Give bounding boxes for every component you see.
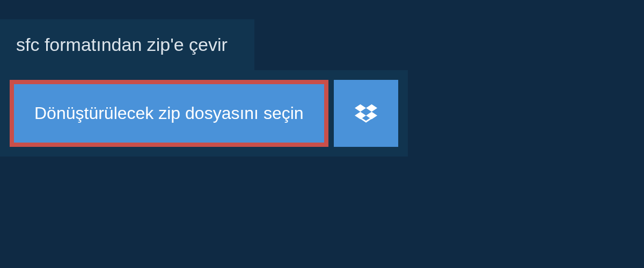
header-tab: sfc formatından zip'e çevir (0, 19, 254, 70)
select-file-button[interactable]: Dönüştürülecek zip dosyasını seçin (10, 80, 328, 147)
button-panel: Dönüştürülecek zip dosyasını seçin (0, 70, 408, 157)
dropbox-button[interactable] (334, 80, 398, 147)
page-title: sfc formatından zip'e çevir (16, 34, 228, 55)
dropbox-icon (355, 102, 377, 125)
panel-wrapper: Dönüştürülecek zip dosyasını seçin (0, 70, 644, 157)
